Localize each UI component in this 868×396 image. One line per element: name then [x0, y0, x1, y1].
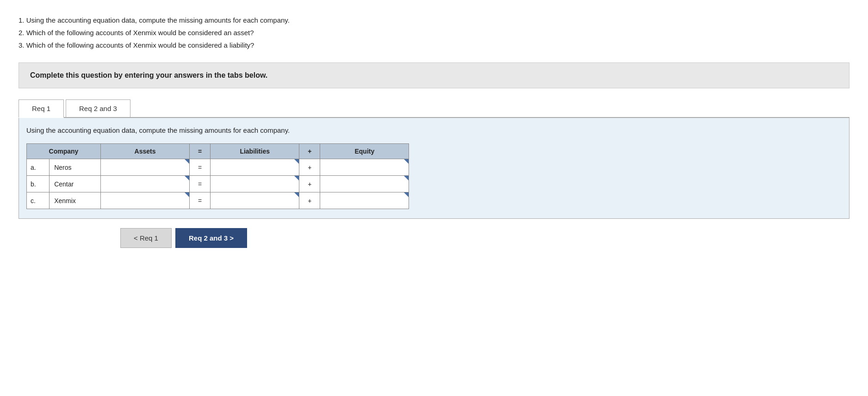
liabilities-cell-2[interactable] — [211, 192, 299, 209]
assets-cell-1[interactable] — [101, 176, 190, 192]
table-row: b. Centar = + — [27, 176, 409, 192]
next-button[interactable]: Req 2 and 3 > — [175, 228, 247, 248]
table-header-row: Company Assets = Liabilities + — [27, 144, 409, 159]
table-row: c. Xenmix = + — [27, 192, 409, 209]
liabilities-cell-1[interactable] — [211, 176, 299, 192]
instruction-line2: 2. Which of the following accounts of Xe… — [19, 26, 849, 39]
company-name-2: Xenmix — [50, 192, 101, 209]
row-letter-2: c. — [27, 192, 50, 209]
row-letter-0: a. — [27, 159, 50, 176]
complete-box-text: Complete this question by entering your … — [30, 71, 267, 79]
liabilities-input-0[interactable] — [211, 160, 299, 175]
company-name-1: Centar — [50, 176, 101, 192]
equals-cell-1: = — [190, 176, 211, 192]
row-letter-1: b. — [27, 176, 50, 192]
header-liabilities: Liabilities — [211, 144, 299, 159]
header-plus: + — [299, 144, 320, 159]
plus-cell-2: + — [299, 192, 320, 209]
assets-input-0[interactable] — [101, 160, 189, 175]
instruction-line3: 3. Which of the following accounts of Xe… — [19, 39, 849, 51]
equals-cell-0: = — [190, 159, 211, 176]
liabilities-cell-0[interactable] — [211, 159, 299, 176]
tab-content-area: Using the accounting equation data, comp… — [19, 118, 849, 219]
header-equity: Equity — [320, 144, 409, 159]
company-name-0: Neros — [50, 159, 101, 176]
plus-cell-0: + — [299, 159, 320, 176]
instruction-line1: 1. Using the accounting equation data, c… — [19, 14, 849, 26]
equity-cell-2[interactable] — [320, 192, 409, 209]
next-button-label: Req 2 and 3 > — [189, 234, 234, 242]
equity-input-0[interactable] — [320, 160, 409, 175]
prev-button-label: < Req 1 — [134, 234, 158, 242]
header-company: Company — [27, 144, 101, 159]
tab-description: Using the accounting equation data, comp… — [26, 124, 842, 136]
tabs-row: Req 1 Req 2 and 3 — [19, 99, 849, 118]
assets-cell-0[interactable] — [101, 159, 190, 176]
instructions-block: 1. Using the accounting equation data, c… — [19, 14, 849, 51]
prev-button[interactable]: < Req 1 — [120, 228, 172, 248]
header-assets: Assets — [101, 144, 190, 159]
plus-cell-1: + — [299, 176, 320, 192]
equity-cell-1[interactable] — [320, 176, 409, 192]
table-row: a. Neros = + — [27, 159, 409, 176]
assets-input-2[interactable] — [101, 193, 189, 209]
equity-input-1[interactable] — [320, 176, 409, 192]
liabilities-input-2[interactable] — [211, 193, 299, 209]
bottom-nav: < Req 1 Req 2 and 3 > — [19, 228, 849, 248]
tabs-container: Req 1 Req 2 and 3 Using the accounting e… — [19, 99, 849, 219]
liabilities-input-1[interactable] — [211, 176, 299, 192]
assets-cell-2[interactable] — [101, 192, 190, 209]
complete-box: Complete this question by entering your … — [19, 62, 849, 88]
tab-req23[interactable]: Req 2 and 3 — [66, 99, 130, 117]
header-equals: = — [190, 144, 211, 159]
tab-req1[interactable]: Req 1 — [19, 99, 64, 118]
equity-input-2[interactable] — [320, 193, 409, 209]
assets-input-1[interactable] — [101, 176, 189, 192]
equity-cell-0[interactable] — [320, 159, 409, 176]
equals-cell-2: = — [190, 192, 211, 209]
accounting-table: Company Assets = Liabilities + — [26, 143, 409, 209]
